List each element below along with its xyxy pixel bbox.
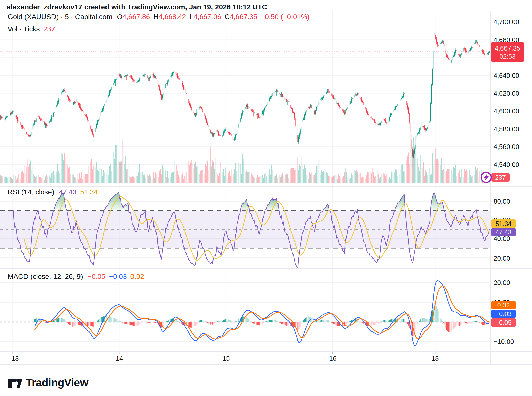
macd-signal-value: 0.02 bbox=[130, 272, 144, 281]
high-value: 4,668.42 bbox=[158, 13, 186, 21]
tradingview-logo[interactable]: TradingView bbox=[7, 376, 88, 389]
rsi-title[interactable]: RSI (14, close) bbox=[8, 188, 54, 196]
volume-legend: Vol · Ticks 237 bbox=[8, 25, 55, 33]
time-axis-label: 13 bbox=[6, 354, 24, 363]
rsi-legend: RSI (14, close) 47.43 51.34 bbox=[8, 188, 98, 196]
time-axis-label: 14 bbox=[111, 354, 128, 363]
macd-hist-value: −0.05 bbox=[88, 272, 105, 281]
rsi-axis-label: 20.00 bbox=[494, 255, 510, 262]
rsi-value: 47.43 bbox=[59, 188, 76, 196]
time-axis-label: 15 bbox=[217, 354, 235, 363]
brand-name: TradingView bbox=[26, 376, 88, 389]
attribution-text: alexander_zdravkov17 created with Tradin… bbox=[7, 3, 267, 11]
realtime-lightning-icon[interactable] bbox=[480, 171, 492, 184]
macd-line-value: −0.03 bbox=[109, 272, 127, 281]
close-label: C bbox=[225, 13, 230, 21]
low-value: 4,667.06 bbox=[194, 13, 221, 21]
time-scale[interactable] bbox=[0, 352, 491, 365]
macd-line-tag: −0.03 bbox=[491, 310, 516, 318]
volume-tag: 237 bbox=[491, 173, 510, 182]
bar-countdown: 02:53 bbox=[491, 53, 524, 60]
tradingview-mark-icon bbox=[7, 377, 22, 388]
open-value: 4,667.86 bbox=[122, 13, 150, 21]
macd-legend: MACD (close, 12, 26, 9) −0.05 −0.03 0.02 bbox=[8, 272, 144, 281]
high-label: H bbox=[153, 13, 158, 21]
macd-signal-tag: 0.02 bbox=[491, 301, 516, 309]
volume-label[interactable]: Vol · Ticks bbox=[8, 25, 40, 33]
time-axis-label: 16 bbox=[324, 354, 342, 363]
open-label: O bbox=[117, 13, 122, 21]
rsi-axis-label: 80.00 bbox=[494, 197, 510, 205]
price-axis-label: 4,600.00 bbox=[494, 107, 519, 115]
rsi-ma-value: 51.34 bbox=[80, 188, 98, 196]
price-axis-label: 4,580.00 bbox=[494, 125, 519, 133]
price-axis-label: 4,700.00 bbox=[494, 18, 519, 26]
symbol-legend: Gold (XAUUSD) · 5 · Capital.com O 4,667.… bbox=[8, 13, 309, 21]
price-axis-label: 4,560.00 bbox=[494, 143, 519, 151]
low-label: L bbox=[190, 13, 194, 21]
price-axis-label: 4,620.00 bbox=[494, 90, 519, 97]
close-value: 4,667.35 bbox=[230, 13, 257, 21]
price-axis-label: 4,540.00 bbox=[494, 161, 519, 168]
time-axis-label: 18 bbox=[426, 354, 444, 363]
macd-hist-tag: −0.05 bbox=[491, 318, 516, 327]
last-price-tag: 4,667.35 02:53 bbox=[491, 42, 524, 62]
rsi-ma-tag: 51.34 bbox=[491, 219, 516, 228]
price-axis-label: 4,640.00 bbox=[494, 72, 519, 79]
volume-value: 237 bbox=[43, 25, 55, 33]
macd-axis-label: −10.00 bbox=[494, 338, 514, 345]
last-price-value: 4,667.35 bbox=[491, 44, 524, 53]
macd-title[interactable]: MACD (close, 12, 26, 9) bbox=[8, 272, 83, 281]
macd-axis-label: 20.00 bbox=[494, 279, 510, 286]
chart-canvas[interactable] bbox=[0, 0, 532, 396]
change-value: −0.50 (−0.01%) bbox=[261, 13, 309, 21]
symbol-title[interactable]: Gold (XAUUSD) · 5 · Capital.com bbox=[8, 13, 112, 21]
tradingview-snapshot: alexander_zdravkov17 created with Tradin… bbox=[0, 0, 532, 396]
rsi-value-tag: 47.43 bbox=[491, 228, 516, 236]
